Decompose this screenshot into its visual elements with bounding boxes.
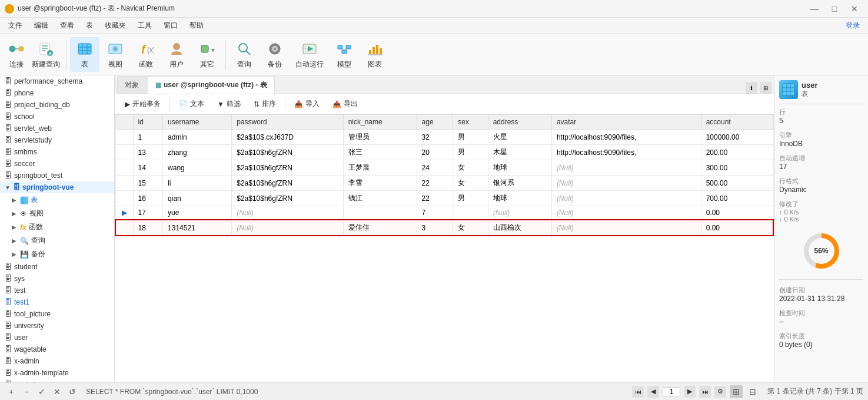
sidebar-item-performance[interactable]: 🗄 performance_schema [0,75,114,87]
sidebar-item-views[interactable]: ▶ 👁 视图 [0,207,114,220]
sidebar-item-servletstudy[interactable]: 🗄 servletstudy [0,134,114,146]
function-button[interactable]: f (x) 函数 [131,37,161,72]
sidebar-item-springboot-vue[interactable]: ▼ 🗄 springboot-vue [0,181,114,193]
first-page-button[interactable]: ⏮ [632,386,644,398]
menu-file[interactable]: 文件 [2,18,28,33]
chart-button[interactable]: 图表 [360,37,390,72]
connect-button[interactable]: + 连接 [5,37,28,72]
sidebar-item-school[interactable]: 🗄 school [0,111,114,123]
backup-button[interactable]: 备份 [260,37,290,72]
cell-avatar[interactable]: (Null) [551,176,701,191]
cell-nick_name[interactable]: 爱佳佳 [343,220,417,236]
cell-age[interactable]: 22 [417,191,453,206]
sidebar-item-backup[interactable]: ▶ 💾 备份 [0,247,114,261]
cell-sex[interactable]: 男 [453,191,488,206]
sidebar-item-university[interactable]: 🗄 university [0,320,114,332]
cell-username[interactable]: 1314521 [163,220,232,236]
cell-age[interactable]: 22 [417,176,453,191]
cell-nick_name[interactable]: 王梦晨 [343,160,417,176]
sidebar-item-user[interactable]: 🗄 user [0,332,114,343]
col-password[interactable]: password [232,115,343,130]
user-button[interactable]: 用户 [162,37,191,72]
cell-password[interactable]: $2a$10$.cxJ637D [232,130,343,145]
cell-username[interactable]: yue [163,206,232,220]
col-age[interactable]: age [417,115,453,130]
table-row[interactable]: 14wang$2a$10$h6gfZRN王梦晨24女地球(Null)300.00 [115,160,773,176]
sidebar-item-sys[interactable]: 🗄 sys [0,273,114,285]
minimize-button[interactable]: — [806,3,823,15]
col-avatar[interactable]: avatar [551,115,701,130]
cross-button[interactable]: ✕ [51,385,64,398]
model-button[interactable]: 模型 [330,37,359,72]
view-button[interactable]: 视图 [101,37,130,72]
delete-record-button[interactable]: − [20,385,33,398]
sidebar-item-test1[interactable]: 🗄 test1 [0,296,114,308]
check-button[interactable]: ✓ [35,385,48,398]
sidebar-item-student[interactable]: 🗄 student [0,261,114,273]
new-query-button[interactable]: + 新建查询 [29,37,62,72]
sidebar-item-servlet-web[interactable]: 🗄 servlet_web [0,123,114,134]
cell-account[interactable]: 0.00 [701,206,773,220]
refresh-button[interactable]: ↺ [66,385,79,398]
menu-help[interactable]: 帮助 [184,18,209,33]
page-number-input[interactable] [663,387,680,396]
sidebar-item-wagetable[interactable]: 🗄 wagetable [0,343,114,355]
cell-password[interactable]: $2a$10$h6gfZRN [232,176,343,191]
cell-address[interactable]: 火星 [488,130,551,145]
cell-age[interactable]: 24 [417,160,453,176]
sort-button[interactable]: ⇅ 排序 [248,97,281,111]
maximize-button[interactable]: □ [826,3,843,15]
cell-account[interactable]: 300.00 [701,160,773,176]
cell-account[interactable]: 500.00 [701,176,773,191]
cell-sex[interactable]: 女 [453,220,488,236]
cell-address[interactable]: 银河系 [488,176,551,191]
menu-window[interactable]: 窗口 [158,18,184,33]
cell-password[interactable]: (Null) [232,220,343,236]
sidebar-item-phone[interactable]: 🗄 phone [0,87,114,99]
table-row[interactable]: 181314521(Null)爱佳佳3女山西榆次(Null)0.00 [115,220,773,236]
cell-sex[interactable]: 女 [453,176,488,191]
cell-sex[interactable]: 男 [453,130,488,145]
cell-address[interactable]: 木星 [488,145,551,160]
start-transaction-button[interactable]: ▶ 开始事务 [119,97,166,111]
table-row[interactable]: 13zhang$2a$10$h6gfZRN张三20男木星http://local… [115,145,773,160]
cell-age[interactable]: 7 [417,206,453,220]
close-button[interactable]: ✕ [846,3,863,15]
cell-address[interactable]: 地球 [488,160,551,176]
next-page-button[interactable]: ▶ [684,386,696,398]
col-sex[interactable]: sex [453,115,488,130]
add-record-button[interactable]: + [5,385,18,398]
cell-nick_name[interactable]: 钱江 [343,191,417,206]
grid-toggle[interactable]: ⊞ [760,82,771,94]
col-account[interactable]: account [701,115,773,130]
cell-password[interactable]: $2a$10$h6gfZRN [232,145,343,160]
cell-avatar[interactable]: (Null) [551,220,701,236]
table-row[interactable]: 15li$2a$10$h6gfZRN李雪22女银河系(Null)500.00 [115,176,773,191]
cell-password[interactable]: (Null) [232,206,343,220]
sidebar-item-tables[interactable]: ▶ 表 [0,193,114,207]
cell-sex[interactable]: 男 [453,145,488,160]
auto-run-button[interactable]: 自动运行 [291,37,328,72]
menu-view[interactable]: 查看 [54,18,80,33]
query-button[interactable]: 查询 [230,37,259,72]
col-username[interactable]: username [163,115,232,130]
cell-address[interactable]: 山西榆次 [488,220,551,236]
last-page-button[interactable]: ⏭ [699,386,711,398]
cell-id[interactable]: 13 [133,145,163,160]
cell-address[interactable]: 地球 [488,191,551,206]
cell-username[interactable]: admin [163,130,232,145]
table-row[interactable]: ▶17yue(Null)7(Null)(Null)0.00 [115,206,773,220]
sidebar-item-x-admin[interactable]: 🗄 x-admin [0,355,114,367]
cell-id[interactable]: 1 [133,130,163,145]
table-row[interactable]: 1admin$2a$10$.cxJ637D管理员32男火星http://loca… [115,130,773,145]
other-button[interactable]: ▾ 其它 [192,37,222,72]
cell-id[interactable]: 16 [133,191,163,206]
cell-avatar[interactable]: (Null) [551,160,701,176]
tab-table[interactable]: ▦ user @springboot-vue (ftz) - 表 [148,76,275,94]
col-nick-name[interactable]: nick_name [343,115,417,130]
tab-object[interactable]: 对象 [117,76,147,94]
table-button[interactable]: 表 [70,37,99,72]
menu-table[interactable]: 表 [80,18,99,33]
cell-age[interactable]: 32 [417,130,453,145]
cell-id[interactable]: 15 [133,176,163,191]
